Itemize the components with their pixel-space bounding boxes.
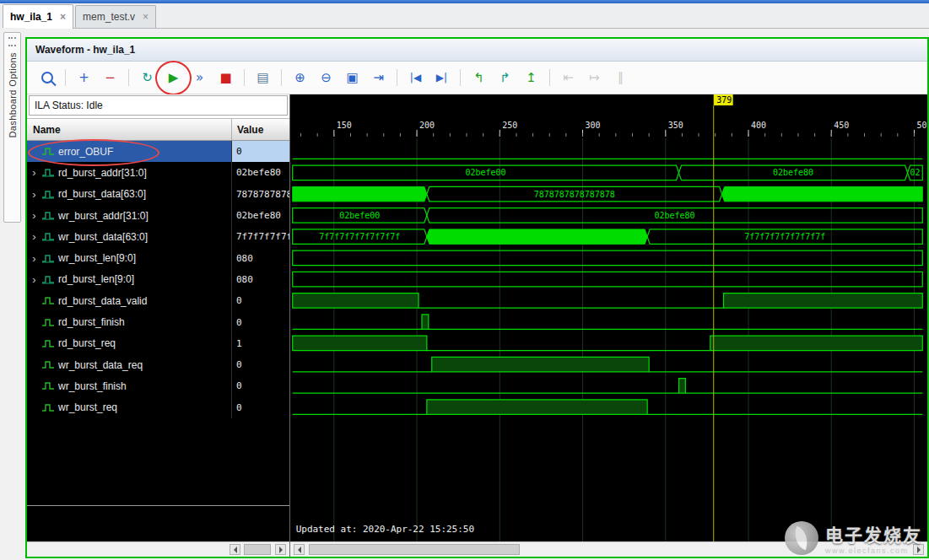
zoom-out-button[interactable]: ⊖ bbox=[315, 67, 338, 89]
scroll-right-icon[interactable] bbox=[275, 544, 286, 555]
tab-mem_test.v[interactable]: mem_test.v× bbox=[75, 5, 156, 28]
signal-value: 7f7f7f7f7f7f7f7f bbox=[232, 226, 289, 247]
run-trigger-button[interactable]: ▶ bbox=[162, 67, 185, 89]
svg-text:250: 250 bbox=[502, 121, 517, 130]
signal-row-rd_burst_data[63:0][interactable]: ›rd_burst_data[63:0]7878787878787878 bbox=[27, 184, 289, 205]
signal-row-wr_burst_data[63:0][interactable]: ›wr_burst_data[63:0]7f7f7f7f7f7f7f7f bbox=[27, 226, 289, 247]
signal-value: 1 bbox=[232, 333, 289, 354]
waveform-panel-header[interactable]: Waveform - hw_ila_1 bbox=[27, 39, 927, 62]
signal-name-cell: wr_burst_finish bbox=[27, 375, 232, 396]
wave-row-wr_burst_req[interactable] bbox=[293, 400, 923, 414]
cursor-marker[interactable]: 379 bbox=[714, 94, 733, 541]
svg-text:200: 200 bbox=[419, 121, 435, 130]
svg-text:379: 379 bbox=[716, 95, 732, 105]
signal-pane-hscrollbar[interactable] bbox=[27, 541, 289, 557]
waveform-view[interactable]: 15020025030035040045050002befe0002befe80… bbox=[290, 94, 927, 557]
signal-row-wr_burst_data_req[interactable]: wr_burst_data_req0 bbox=[27, 354, 289, 375]
workspace: Dashboard Options Waveform - hw_ila_1 +−… bbox=[0, 28, 929, 560]
waveform-hscrollbar[interactable] bbox=[290, 541, 927, 557]
expand-arrow-icon[interactable]: › bbox=[27, 166, 41, 179]
add-marker-button[interactable]: ↥ bbox=[520, 67, 543, 89]
signal-row-wr_burst_len[9:0][interactable]: ›wr_burst_len[9:0]080 bbox=[27, 247, 289, 268]
time-ruler[interactable]: 150200250300350400450500 bbox=[301, 121, 926, 137]
bit-signal-icon bbox=[41, 339, 55, 348]
svg-text:7878787878787878: 7878787878787878 bbox=[534, 190, 615, 199]
linked-cursors-button[interactable]: ∥ bbox=[609, 67, 632, 89]
next-transition-button[interactable]: ↱ bbox=[494, 67, 516, 89]
tab-hw_ila_1[interactable]: hw_ila_1× bbox=[3, 4, 73, 29]
expand-arrow-icon[interactable]: › bbox=[27, 230, 41, 243]
column-header-value[interactable]: Value bbox=[232, 119, 289, 140]
dashboard-options-label: Dashboard Options bbox=[8, 52, 18, 138]
zoom-area-select-button[interactable] bbox=[35, 67, 58, 89]
scroll-left-icon[interactable] bbox=[230, 544, 240, 555]
scrollbar-thumb[interactable] bbox=[244, 544, 271, 555]
wave-row-rd_burst_addr[31:0][interactable]: 02befe0002befe8002 bbox=[293, 165, 923, 180]
bus-signal-icon bbox=[41, 211, 55, 220]
bus-signal-icon bbox=[41, 168, 55, 177]
export-ila-data-button[interactable]: ▤ bbox=[251, 67, 274, 89]
expand-arrow-icon[interactable]: › bbox=[27, 209, 41, 222]
toolbar-separator bbox=[128, 69, 129, 86]
signal-name: rd_burst_data_valid bbox=[58, 295, 147, 307]
svg-text:7f7f7f7f7f7f7f7f: 7f7f7f7f7f7f7f7f bbox=[319, 232, 400, 241]
signal-name: rd_burst_finish bbox=[58, 316, 125, 328]
column-header-name[interactable]: Name bbox=[27, 119, 232, 140]
signal-name-cell: wr_burst_data_req bbox=[27, 354, 232, 375]
signal-row-wr_burst_addr[31:0][interactable]: ›wr_burst_addr[31:0]02befe80 bbox=[27, 205, 289, 226]
wave-row-wr_burst_data[63:0][interactable]: 7f7f7f7f7f7f7f7f7f7f7f7f7f7f7f7f bbox=[293, 229, 923, 244]
go-to-end-button[interactable]: ▶| bbox=[430, 67, 453, 89]
wave-row-wr_burst_finish[interactable] bbox=[293, 379, 923, 393]
close-tab-icon[interactable]: × bbox=[60, 12, 66, 22]
signal-name: wr_burst_data_req bbox=[58, 359, 143, 371]
expand-arrow-icon[interactable]: › bbox=[27, 252, 41, 265]
signal-row-rd_burst_req[interactable]: rd_burst_req1 bbox=[27, 333, 289, 354]
expand-arrow-icon[interactable]: › bbox=[27, 188, 41, 201]
signal-value: 080 bbox=[232, 269, 289, 290]
scrollbar-thumb[interactable] bbox=[309, 544, 520, 555]
wave-row-rd_burst_finish[interactable] bbox=[293, 315, 923, 329]
signal-row-rd_burst_addr[31:0][interactable]: ›rd_burst_addr[31:0]02befe80 bbox=[27, 162, 289, 183]
waveform-panel-title: Waveform - hw_ila_1 bbox=[35, 44, 135, 56]
swap-cursors-button[interactable]: ⇤ bbox=[557, 67, 580, 89]
svg-text:350: 350 bbox=[668, 121, 683, 130]
stop-trigger-button[interactable]: ■ bbox=[214, 67, 237, 89]
wave-row-rd_burst_data[63:0][interactable]: 7878787878787878 bbox=[293, 186, 923, 201]
waveform-panel: Waveform - hw_ila_1 +−↻▶»■▤⊕⊖▣⇥|◀▶|↰↱↥⇤↦… bbox=[25, 37, 929, 558]
signal-row-error_OBUF[interactable]: error_OBUF0 bbox=[27, 141, 289, 162]
close-tab-icon[interactable]: × bbox=[143, 12, 149, 22]
signal-row-rd_burst_data_valid[interactable]: rd_burst_data_valid0 bbox=[27, 290, 289, 311]
go-to-time-button[interactable]: ↦ bbox=[583, 67, 606, 89]
signal-row-wr_burst_finish[interactable]: wr_burst_finish0 bbox=[27, 375, 289, 396]
signal-row-rd_burst_len[9:0][interactable]: ›rd_burst_len[9:0]080 bbox=[27, 269, 289, 290]
wave-row-wr_burst_addr[31:0][interactable]: 02befe0002befe80 bbox=[293, 208, 923, 223]
wave-row-rd_burst_req[interactable] bbox=[293, 336, 923, 350]
signal-name: rd_burst_data[63:0] bbox=[58, 188, 146, 200]
scroll-right-icon[interactable] bbox=[913, 544, 924, 555]
signal-row-wr_burst_req[interactable]: wr_burst_req0 bbox=[27, 397, 289, 418]
signal-name-cell: rd_burst_req bbox=[27, 333, 232, 354]
dashboard-options-button[interactable]: Dashboard Options bbox=[3, 32, 21, 223]
signal-name: wr_burst_data[63:0] bbox=[58, 231, 148, 243]
zoom-in-button[interactable]: ⊕ bbox=[289, 67, 311, 89]
waveform-canvas[interactable]: 15020025030035040045050002befe0002befe80… bbox=[290, 94, 926, 541]
go-to-start-button[interactable]: |◀ bbox=[404, 67, 427, 89]
zoom-fit-button[interactable]: ▣ bbox=[341, 67, 364, 89]
signal-row-rd_burst_finish[interactable]: rd_burst_finish0 bbox=[27, 311, 289, 332]
previous-transition-button[interactable]: ↰ bbox=[467, 67, 490, 89]
bit-signal-icon bbox=[41, 360, 55, 369]
remove-probes-button[interactable]: − bbox=[99, 67, 122, 89]
add-probes-button[interactable]: + bbox=[73, 67, 95, 89]
zoom-to-cursor-button[interactable]: ⇥ bbox=[367, 67, 390, 89]
run-trigger-immediate-button[interactable]: » bbox=[188, 67, 211, 89]
signal-name: rd_burst_req bbox=[58, 337, 116, 349]
svg-text:02befe80: 02befe80 bbox=[655, 211, 695, 220]
scroll-left-icon[interactable] bbox=[294, 544, 305, 555]
wave-row-rd_burst_len[9:0][interactable] bbox=[293, 272, 923, 286]
toolbar-separator bbox=[460, 69, 461, 86]
wave-rows[interactable]: 02befe0002befe8002787878787878787802befe… bbox=[293, 159, 923, 414]
expand-arrow-icon[interactable]: › bbox=[27, 273, 41, 286]
wave-row-wr_burst_data_req[interactable] bbox=[293, 357, 923, 371]
wave-row-wr_burst_len[9:0][interactable] bbox=[293, 250, 923, 265]
wave-row-rd_burst_data_valid[interactable] bbox=[293, 293, 923, 308]
